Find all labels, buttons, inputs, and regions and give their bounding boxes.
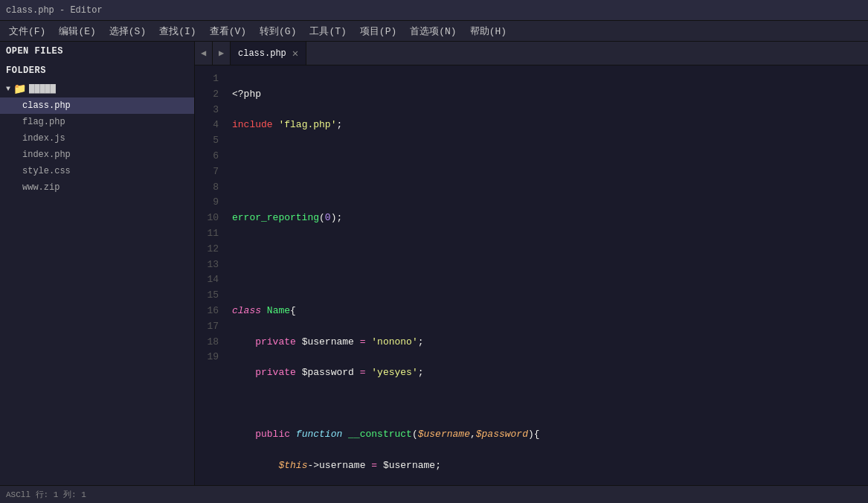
code-content[interactable]: <?php include 'flag.php'; error_reportin…	[226, 65, 868, 485]
menu-project[interactable]: 项目(P)	[354, 23, 402, 39]
line-num-3: 3	[195, 103, 219, 118]
open-files-header: OPEN FILES	[0, 42, 194, 61]
line-num-10: 10	[195, 211, 219, 226]
folders-header: FOLDERS	[0, 61, 194, 80]
menu-file[interactable]: 文件(F)	[3, 23, 51, 39]
code-line-1: <?php	[232, 87, 862, 103]
line-num-18: 18	[195, 335, 219, 350]
line-num-13: 13	[195, 257, 219, 273]
menu-preferences[interactable]: 首选项(N)	[404, 23, 462, 39]
code-line-7	[232, 272, 862, 288]
main-layout: OPEN FILES FOLDERS ▼ 📁 █████ class.php f…	[0, 42, 868, 485]
code-line-13: $this->username = $username;	[232, 458, 862, 474]
line-num-14: 14	[195, 272, 219, 288]
line-num-11: 11	[195, 226, 219, 242]
code-line-12: public function __construct($username,$p…	[232, 427, 862, 443]
file-item-flag-php[interactable]: flag.php	[0, 114, 194, 130]
code-line-6	[232, 242, 862, 257]
line-num-16: 16	[195, 304, 219, 319]
menu-select[interactable]: 选择(S)	[103, 23, 152, 39]
file-item-class-php[interactable]: class.php	[0, 97, 194, 114]
file-item-www-zip[interactable]: www.zip	[0, 179, 194, 196]
tab-nav-right[interactable]: ▶	[213, 42, 231, 65]
code-line-3	[232, 149, 862, 164]
line-num-6: 6	[195, 149, 219, 164]
code-editor: 1 2 3 4 5 6 7 8 9 10 11 12 13 14 15 16 1…	[195, 65, 868, 485]
line-num-9: 9	[195, 195, 219, 211]
line-num-1: 1	[195, 71, 219, 87]
folder-root[interactable]: ▼ 📁 █████	[0, 80, 194, 97]
line-num-5: 5	[195, 133, 219, 149]
titlebar: class.php - Editor	[0, 0, 868, 21]
folder-arrow-icon: ▼	[6, 85, 10, 93]
file-item-style-css[interactable]: style.css	[0, 163, 194, 179]
file-item-index-php[interactable]: index.php	[0, 147, 194, 163]
line-num-17: 17	[195, 319, 219, 335]
menu-tools[interactable]: 工具(T)	[303, 23, 352, 39]
tab-class-php[interactable]: class.php ✕	[231, 42, 306, 65]
titlebar-text: class.php - Editor	[6, 5, 103, 16]
sidebar: OPEN FILES FOLDERS ▼ 📁 █████ class.php f…	[0, 42, 195, 485]
code-line-11	[232, 397, 862, 412]
line-num-2: 2	[195, 87, 219, 103]
code-line-5: error_reporting(0);	[232, 211, 862, 226]
folder-icon: 📁	[13, 83, 26, 95]
line-num-7: 7	[195, 164, 219, 180]
code-line-4	[232, 180, 862, 196]
menubar: 文件(F) 编辑(E) 选择(S) 查找(I) 查看(V) 转到(G) 工具(T…	[0, 21, 868, 42]
code-line-9: private $username = 'nonono';	[232, 335, 862, 350]
code-line-8: class Name{	[232, 304, 862, 319]
menu-view[interactable]: 查看(V)	[204, 23, 252, 39]
line-numbers: 1 2 3 4 5 6 7 8 9 10 11 12 13 14 15 16 1…	[195, 65, 226, 485]
line-num-19: 19	[195, 350, 219, 365]
menu-edit[interactable]: 编辑(E)	[53, 23, 101, 39]
menu-find[interactable]: 查找(I)	[153, 23, 202, 39]
line-num-4: 4	[195, 118, 219, 133]
code-line-2: include 'flag.php';	[232, 118, 862, 133]
line-num-12: 12	[195, 242, 219, 257]
editor-area: ◀ ▶ class.php ✕ 1 2 3 4 5 6 7 8 9 10 11 …	[195, 42, 868, 485]
statusbar: ASCll 行: 1 列: 1	[0, 485, 868, 503]
line-num-8: 8	[195, 180, 219, 196]
tab-nav-left[interactable]: ◀	[195, 42, 213, 65]
tab-bar: ◀ ▶ class.php ✕	[195, 42, 868, 65]
code-line-10: private $password = 'yesyes';	[232, 365, 862, 381]
menu-goto[interactable]: 转到(G)	[254, 23, 302, 39]
tab-label: class.php	[238, 48, 286, 59]
file-item-index-js[interactable]: index.js	[0, 130, 194, 147]
statusbar-text: ASCll 行: 1 列: 1	[6, 489, 86, 500]
folder-name: █████	[29, 84, 56, 94]
line-num-15: 15	[195, 288, 219, 304]
tab-close-icon[interactable]: ✕	[292, 48, 298, 59]
menu-help[interactable]: 帮助(H)	[464, 23, 512, 39]
